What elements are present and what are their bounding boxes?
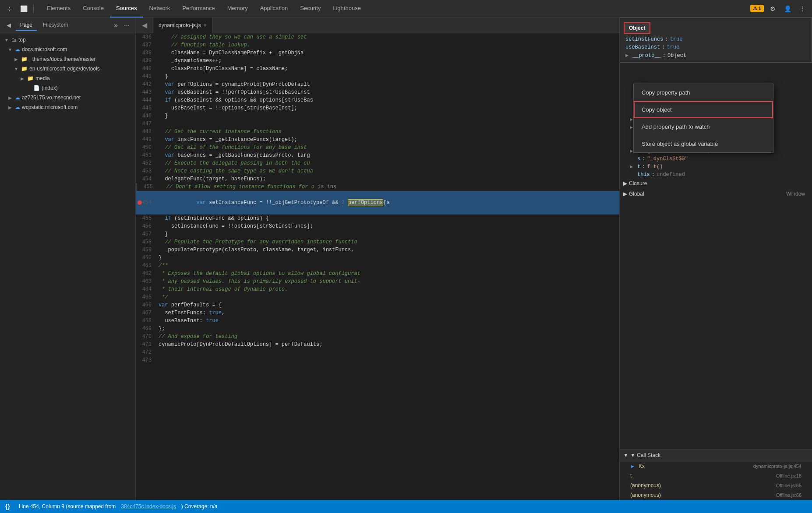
panel-menu-icon[interactable]: ⋯	[121, 20, 132, 31]
tab-application[interactable]: Application	[254, 0, 294, 18]
line-number[interactable]: 464	[136, 285, 157, 293]
tab-console[interactable]: Console	[77, 0, 110, 18]
line-content: * any passed values. This is primarily e…	[157, 278, 619, 285]
line-number[interactable]: 449	[136, 136, 157, 144]
tab-security[interactable]: Security	[294, 0, 327, 18]
line-number[interactable]: 465	[136, 293, 157, 301]
call-stack-item-t[interactable]: t Offline.js:18	[620, 471, 812, 481]
tree-item-wcp[interactable]: ▶ ☁ wcpstatic.microsoft.com	[0, 102, 135, 112]
menu-item-copy-property-path[interactable]: Copy property path	[634, 84, 773, 101]
person-icon[interactable]: 👤	[781, 3, 794, 15]
line-number[interactable]: 450	[136, 144, 157, 151]
line-number[interactable]: 441	[136, 73, 157, 81]
line-number[interactable]: 469	[136, 325, 157, 333]
line-number[interactable]: 457	[136, 230, 157, 238]
tab-network[interactable]: Network	[143, 0, 177, 18]
line-content: // function table lookup.	[157, 41, 619, 49]
line-number[interactable]: 472	[136, 348, 157, 356]
tab-filesystem[interactable]: Filesystem	[39, 20, 72, 31]
line-number[interactable]: 455	[137, 183, 158, 191]
source-map-link[interactable]: 384c475c.index-docs.js	[121, 503, 176, 509]
line-number[interactable]: 456	[136, 222, 157, 230]
tab-sources[interactable]: Sources	[110, 0, 143, 18]
menu-item-store-global[interactable]: Store object as global variable	[634, 135, 773, 152]
prop-useBaseInst: useBaseInst : true	[620, 43, 812, 51]
tab-performance[interactable]: Performance	[176, 0, 221, 18]
device-icon[interactable]: ⬜	[18, 3, 30, 15]
tree-item-themes[interactable]: ▶ 📁 _themes/docs.theme/master	[0, 54, 135, 64]
code-editor[interactable]: 436 // assigned they so we can use a sim…	[136, 33, 619, 500]
line-number[interactable]: 444	[136, 96, 157, 104]
line-number[interactable]: 445	[136, 104, 157, 112]
section-label: Closure	[629, 180, 647, 186]
code-line-472: 470 // And expose for testing	[136, 333, 619, 341]
line-number[interactable]: 462	[136, 270, 157, 278]
sidebar-toggle-icon[interactable]: ◀	[136, 18, 153, 33]
line-number[interactable]: 470	[136, 333, 157, 341]
devtools-toolbar: ⊹ ⬜ Elements Console Sources Network Per…	[0, 0, 812, 18]
tab-page[interactable]: Page	[16, 20, 37, 31]
code-tab-dynamicproto[interactable]: dynamicproto-js.js ×	[153, 18, 212, 33]
tree-item-index[interactable]: 📄 (index)	[0, 83, 135, 93]
line-number[interactable]: 459	[136, 246, 157, 254]
menu-item-add-watch[interactable]: Add property path to watch	[634, 118, 773, 135]
warning-badge[interactable]: ⚠ 1	[750, 5, 764, 12]
tree-item-top[interactable]: ▼ 🗂 top	[0, 35, 135, 45]
line-number[interactable]: 454	[136, 199, 157, 207]
line-number[interactable]: 446	[136, 112, 157, 120]
tree-item-media[interactable]: ▶ 📁 media	[0, 74, 135, 83]
scope-header-global[interactable]: ▶ Global Window	[620, 189, 812, 199]
line-number[interactable]: 451	[136, 151, 157, 159]
line-number[interactable]: 453	[136, 167, 157, 175]
chevron-down-icon: ▼	[623, 452, 628, 458]
line-number[interactable]: 473	[136, 356, 157, 364]
line-number[interactable]: 437	[136, 41, 157, 49]
line-number[interactable]: 460	[136, 254, 157, 262]
tree-item-en-us[interactable]: ▼ 📁 en-us/microsoft-edge/devtools	[0, 64, 135, 74]
code-line-437: 437 // function table lookup.	[136, 41, 619, 49]
line-number[interactable]: 461	[136, 262, 157, 270]
settings-icon[interactable]: ⚙	[766, 3, 779, 15]
call-stack-item-kx[interactable]: ► Kx dynamicproto-js.js:454	[620, 461, 812, 471]
line-number[interactable]: 448	[136, 128, 157, 136]
scope-header-closure[interactable]: ▶ Closure	[620, 179, 812, 188]
menu-item-copy-object[interactable]: Copy object	[634, 101, 773, 118]
format-icon[interactable]: {}	[5, 503, 10, 510]
line-number[interactable]: 466	[136, 301, 157, 309]
prop-key: __proto__	[632, 53, 661, 59]
tree-item-az[interactable]: ▶ ☁ az725175.vo.msecnd.net	[0, 93, 135, 102]
line-number[interactable]: 458	[136, 238, 157, 246]
line-number[interactable]: 463	[136, 278, 157, 285]
tree-item-docs-microsoft[interactable]: ▼ ☁ docs.microsoft.com	[0, 45, 135, 54]
close-tab-icon[interactable]: ×	[204, 22, 207, 28]
line-number[interactable]: 452	[136, 159, 157, 167]
line-content: if (setInstanceFunc && options) {	[157, 214, 619, 222]
collapse-icon[interactable]: ◀	[4, 20, 14, 31]
line-number[interactable]: 438	[136, 49, 157, 57]
status-suffix: ) Coverage: n/a	[181, 503, 218, 509]
more-tabs-icon[interactable]: »	[114, 21, 118, 29]
call-stack-item-anon1[interactable]: (anonymous) Offline.js:65	[620, 481, 812, 490]
tab-lighthouse[interactable]: Lighthouse	[327, 0, 367, 18]
call-stack-item-anon2[interactable]: (anonymous) Offline.js:66	[620, 490, 812, 500]
line-number[interactable]: 471	[136, 341, 157, 348]
line-number[interactable]: 468	[136, 317, 157, 325]
chevron-right-icon: ▶	[7, 105, 13, 110]
line-number[interactable]: 454	[136, 175, 157, 183]
more-icon[interactable]: ⋮	[796, 3, 808, 15]
scope-var-s: s : "_dynCls$t$0"	[620, 155, 812, 163]
line-number[interactable]: 440	[136, 65, 157, 73]
line-number[interactable]: 442	[136, 81, 157, 88]
cursor-icon[interactable]: ⊹	[4, 3, 16, 15]
line-number[interactable]: 436	[136, 33, 157, 41]
line-number[interactable]: 467	[136, 309, 157, 317]
line-number[interactable]: 439	[136, 57, 157, 65]
call-stack-header[interactable]: ▼ ▼ Call Stack	[620, 450, 812, 461]
line-number[interactable]: 455	[136, 214, 157, 222]
chevron-right-icon: ▶	[19, 76, 25, 81]
code-line-474: 472	[136, 348, 619, 356]
tab-memory[interactable]: Memory	[221, 0, 254, 18]
line-number[interactable]: 443	[136, 88, 157, 96]
tab-elements[interactable]: Elements	[41, 0, 77, 18]
line-number[interactable]: 447	[136, 120, 157, 128]
